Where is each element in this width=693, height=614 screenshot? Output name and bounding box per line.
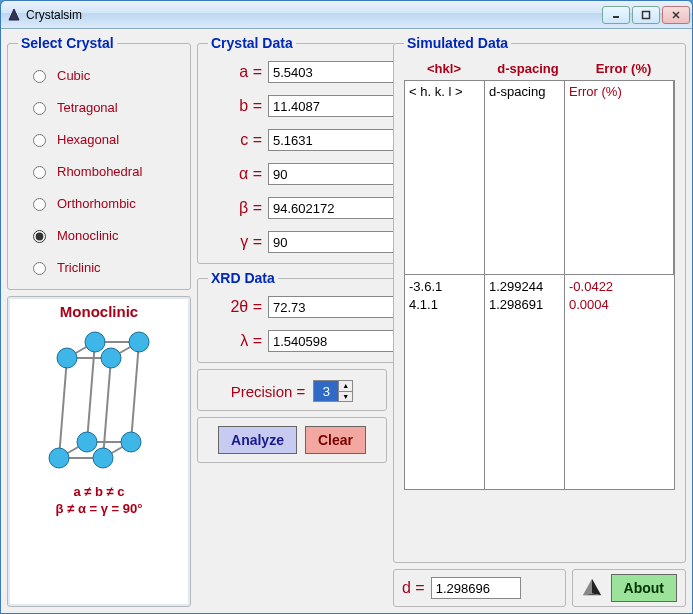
crystal-radio-list: CubicTetragonalHexagonalRhombohedralOrth… (18, 61, 180, 281)
gamma-label: γ = (208, 233, 262, 251)
head-d: d-spacing (488, 61, 568, 76)
cells-d: 1.299244 1.298691 (485, 275, 565, 489)
crystal-label: Hexagonal (57, 132, 119, 147)
client-area: Select Crystal CubicTetragonalHexagonalR… (1, 29, 692, 613)
col-d: d-spacing (485, 81, 565, 275)
c-label: c = (208, 131, 262, 149)
crystal-option-hexagonal[interactable]: Hexagonal (28, 131, 180, 147)
crystal-radio-cubic[interactable] (33, 70, 46, 83)
crystal-label: Cubic (57, 68, 90, 83)
lattice-diagram (39, 322, 159, 482)
svg-marker-26 (582, 579, 591, 596)
crystal-option-orthorhombic[interactable]: Orthorhombic (28, 195, 180, 211)
lambda-label: λ = (208, 332, 262, 350)
xrd-data-legend: XRD Data (208, 270, 278, 286)
precision-spinner[interactable]: ▲ ▼ (313, 380, 353, 402)
structure-title: Monoclinic (60, 303, 138, 320)
svg-marker-0 (9, 9, 19, 20)
crystal-option-cubic[interactable]: Cubic (28, 67, 180, 83)
d-output[interactable] (431, 577, 521, 599)
b-label: b = (208, 97, 262, 115)
crystal-label: Orthorhombic (57, 196, 136, 211)
two-theta-label: 2θ = (208, 298, 262, 316)
svg-point-19 (129, 332, 149, 352)
crystal-radio-tetragonal[interactable] (33, 102, 46, 115)
crystal-radio-rhombohedral[interactable] (33, 166, 46, 179)
a-label: a = (208, 63, 262, 81)
svg-point-24 (77, 432, 97, 452)
crystal-option-triclinic[interactable]: Triclinic (28, 259, 180, 275)
svg-point-21 (49, 448, 69, 468)
crystal-option-monoclinic[interactable]: Monoclinic (28, 227, 180, 243)
precision-group: Precision = ▲ ▼ (197, 369, 387, 411)
precision-input[interactable] (314, 381, 338, 401)
col-hkl: < h. k. l > (405, 81, 485, 275)
col-err: Error (%) (565, 81, 674, 275)
crystal-option-rhombohedral[interactable]: Rhombohedral (28, 163, 180, 179)
crystal-label: Rhombohedral (57, 164, 142, 179)
svg-point-18 (101, 348, 121, 368)
precision-down[interactable]: ▼ (338, 392, 352, 402)
select-crystal-group: Select Crystal CubicTetragonalHexagonalR… (7, 35, 191, 290)
about-group: About (572, 569, 686, 607)
crystal-radio-monoclinic[interactable] (33, 230, 46, 243)
select-crystal-legend: Select Crystal (18, 35, 117, 51)
maximize-button[interactable] (632, 6, 660, 24)
crystal-data-legend: Crystal Data (208, 35, 296, 51)
head-hkl: <hkl> (404, 61, 484, 76)
app-icon (7, 8, 21, 22)
minimize-button[interactable] (602, 6, 630, 24)
cells-err: -0.0422 0.0004 (565, 275, 674, 489)
d-output-group: d = (393, 569, 566, 607)
structure-preview: Monoclinic a ≠ b ≠ c (7, 296, 191, 607)
cells-hkl: -3.6.1 4.1.1 (405, 275, 485, 489)
titlebar[interactable]: Crystalsim (1, 1, 692, 29)
crystal-option-tetragonal[interactable]: Tetragonal (28, 99, 180, 115)
simulated-data-legend: Simulated Data (404, 35, 511, 51)
svg-point-23 (121, 432, 141, 452)
svg-point-17 (57, 348, 77, 368)
pyramid-icon (581, 577, 603, 599)
crystal-label: Triclinic (57, 260, 101, 275)
svg-point-20 (85, 332, 105, 352)
svg-rect-2 (643, 11, 650, 18)
window-title: Crystalsim (26, 8, 602, 22)
d-label: d = (402, 579, 425, 597)
alpha-label: α = (208, 165, 262, 183)
structure-formula: a ≠ b ≠ c β ≠ α = γ = 90° (56, 484, 143, 518)
head-err: Error (%) (572, 61, 675, 76)
precision-up[interactable]: ▲ (338, 381, 352, 392)
crystal-radio-orthorhombic[interactable] (33, 198, 46, 211)
svg-marker-25 (592, 579, 601, 596)
about-button[interactable]: About (611, 574, 677, 602)
svg-line-15 (131, 342, 139, 442)
beta-label: β = (208, 199, 262, 217)
action-buttons-group: Analyze Clear (197, 417, 387, 463)
simulated-data-group: Simulated Data <hkl> d-spacing Error (%)… (393, 35, 686, 563)
svg-point-22 (93, 448, 113, 468)
svg-line-13 (59, 358, 67, 458)
crystal-radio-triclinic[interactable] (33, 262, 46, 275)
simulated-table: < h. k. l > d-spacing Error (%) -3.6.1 4… (404, 80, 675, 490)
precision-label: Precision = (231, 383, 306, 400)
close-button[interactable] (662, 6, 690, 24)
crystal-label: Monoclinic (57, 228, 118, 243)
crystal-radio-hexagonal[interactable] (33, 134, 46, 147)
analyze-button[interactable]: Analyze (218, 426, 297, 454)
crystal-label: Tetragonal (57, 100, 118, 115)
app-window: Crystalsim Select Crystal CubicTetragona… (0, 0, 693, 614)
simulated-header: <hkl> d-spacing Error (%) (404, 61, 675, 76)
clear-button[interactable]: Clear (305, 426, 366, 454)
